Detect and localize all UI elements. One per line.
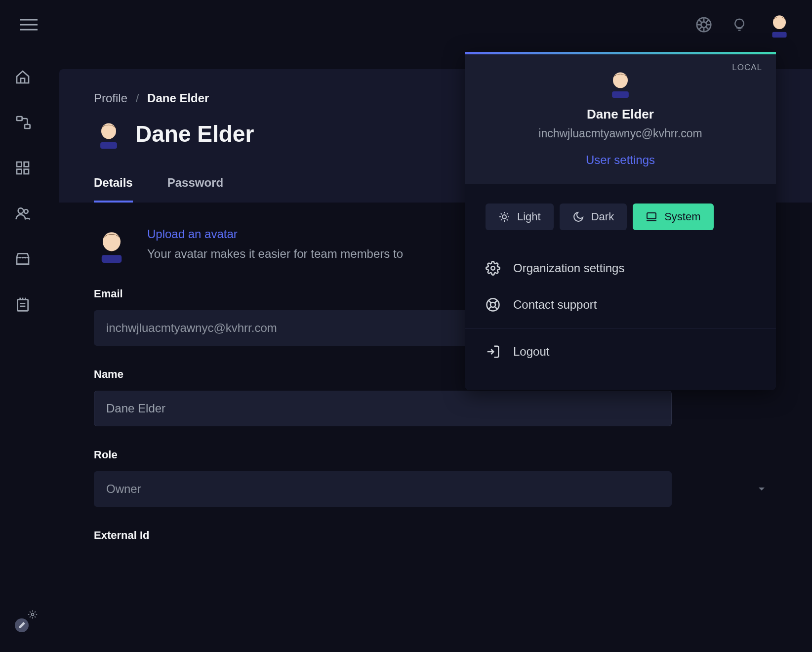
svg-line-48 (488, 307, 491, 309)
tab-password[interactable]: Password (167, 176, 223, 203)
svg-rect-16 (17, 117, 22, 121)
nav-notes-icon[interactable] (15, 296, 31, 312)
svg-rect-24 (17, 300, 28, 311)
help-wheel-icon[interactable] (695, 16, 712, 33)
svg-rect-20 (17, 169, 21, 174)
svg-line-46 (488, 300, 491, 303)
nav-users-icon[interactable] (14, 205, 31, 221)
theme-system-button[interactable]: System (633, 204, 713, 230)
user-menu-email: inchwjluacmtyawnyc@kvhrr.com (480, 127, 761, 140)
svg-rect-21 (24, 169, 29, 174)
svg-point-43 (491, 266, 495, 270)
theme-system-label: System (664, 210, 700, 223)
theme-dark-button[interactable]: Dark (560, 204, 627, 230)
upload-avatar-link[interactable]: Upload an avatar (147, 227, 403, 241)
hamburger-menu-button[interactable] (20, 18, 38, 32)
svg-rect-19 (24, 162, 29, 166)
svg-point-45 (490, 302, 495, 307)
role-label: Role (94, 448, 777, 461)
chevron-down-icon (758, 486, 766, 492)
breadcrumb-current: Dane Elder (147, 91, 209, 105)
user-settings-link[interactable]: User settings (480, 153, 761, 167)
external-id-label: External Id (94, 529, 777, 542)
svg-line-14 (699, 27, 702, 30)
svg-line-37 (501, 213, 502, 214)
svg-line-39 (501, 219, 502, 220)
svg-line-47 (495, 307, 497, 309)
user-avatar-button[interactable] (767, 12, 792, 38)
user-menu-avatar (606, 68, 635, 98)
svg-line-12 (699, 20, 702, 23)
contact-support-item[interactable]: Contact support (486, 286, 755, 323)
svg-rect-41 (647, 213, 656, 219)
theme-toggle: Light Dark System (486, 204, 755, 230)
breadcrumb-root[interactable]: Profile (94, 91, 127, 105)
svg-point-32 (502, 215, 506, 219)
logout-item[interactable]: Logout (486, 333, 755, 370)
svg-line-49 (495, 300, 497, 303)
theme-dark-label: Dark (591, 210, 614, 223)
lightbulb-icon[interactable] (732, 16, 747, 33)
logout-label: Logout (513, 345, 549, 359)
svg-line-38 (507, 219, 508, 220)
svg-line-13 (706, 27, 709, 30)
tab-details[interactable]: Details (94, 176, 133, 203)
user-menu-dropdown: LOCAL Dane Elder inchwjluacmtyawnyc@kvhr… (465, 52, 776, 390)
nav-flows-icon[interactable] (15, 115, 31, 130)
theme-light-button[interactable]: Light (486, 204, 554, 230)
org-settings-item[interactable]: Organization settings (486, 250, 755, 286)
svg-rect-17 (25, 124, 30, 128)
page-avatar (94, 119, 123, 149)
svg-point-7 (701, 22, 706, 27)
svg-point-22 (18, 208, 24, 213)
svg-point-31 (32, 613, 34, 616)
svg-line-15 (706, 20, 709, 23)
name-field[interactable] (94, 391, 672, 426)
sidebar (0, 69, 45, 312)
env-badge: LOCAL (732, 63, 762, 73)
nav-apps-icon[interactable] (15, 160, 31, 176)
svg-rect-18 (17, 162, 21, 166)
theme-light-label: Light (517, 210, 541, 223)
breadcrumb-separator: / (136, 91, 139, 105)
contact-support-label: Contact support (513, 298, 597, 312)
org-settings-label: Organization settings (513, 261, 624, 275)
role-select[interactable] (94, 471, 672, 507)
upload-avatar-description: Your avatar makes it easier for team mem… (147, 247, 403, 261)
nav-store-icon[interactable] (15, 251, 31, 267)
svg-point-23 (24, 209, 28, 213)
form-avatar (94, 227, 129, 263)
sidebar-settings[interactable] (15, 618, 29, 632)
svg-line-40 (507, 213, 508, 214)
nav-home-icon[interactable] (15, 69, 31, 85)
user-menu-name: Dane Elder (480, 107, 761, 122)
page-title: Dane Elder (135, 121, 254, 147)
